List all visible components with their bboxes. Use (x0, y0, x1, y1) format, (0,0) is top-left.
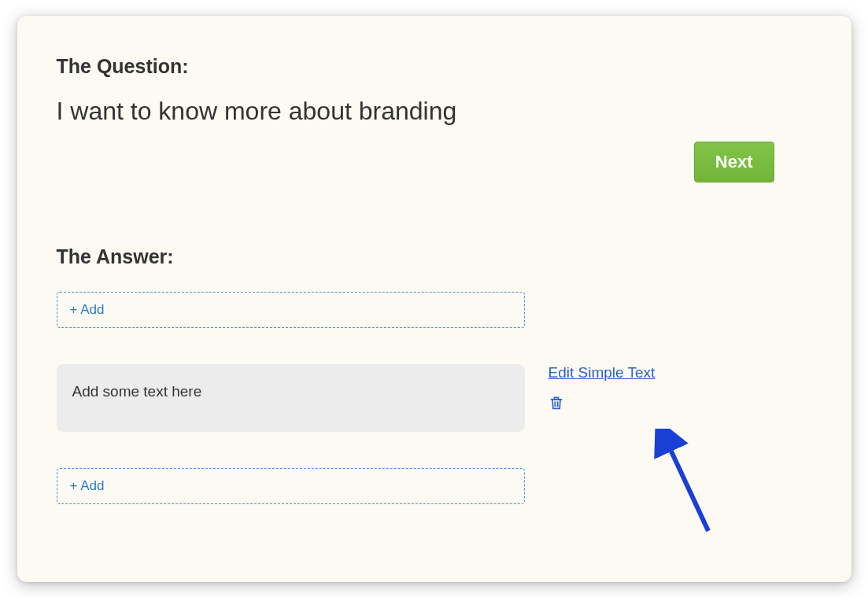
add-content-bottom-label: + Add (70, 478, 105, 493)
answer-label: The Answer: (57, 245, 812, 268)
annotation-arrow-icon (653, 429, 724, 539)
add-content-top-label: + Add (70, 302, 105, 317)
add-content-bottom[interactable]: + Add (57, 468, 525, 504)
text-block-actions: Edit Simple Text (549, 364, 656, 415)
edit-simple-text-link[interactable]: Edit Simple Text (549, 364, 656, 381)
text-block-row: Add some text here Edit Simple Text (57, 364, 812, 432)
question-label: The Question: (57, 55, 812, 78)
question-text: I want to know more about branding (57, 97, 812, 126)
next-button-row: Next (57, 142, 812, 182)
text-block-input[interactable]: Add some text here (57, 364, 525, 432)
add-content-top[interactable]: + Add (57, 292, 525, 328)
svg-line-1 (667, 443, 708, 531)
form-card: The Question: I want to know more about … (17, 16, 851, 582)
next-button[interactable]: Next (694, 142, 774, 182)
trash-icon[interactable] (549, 394, 656, 415)
